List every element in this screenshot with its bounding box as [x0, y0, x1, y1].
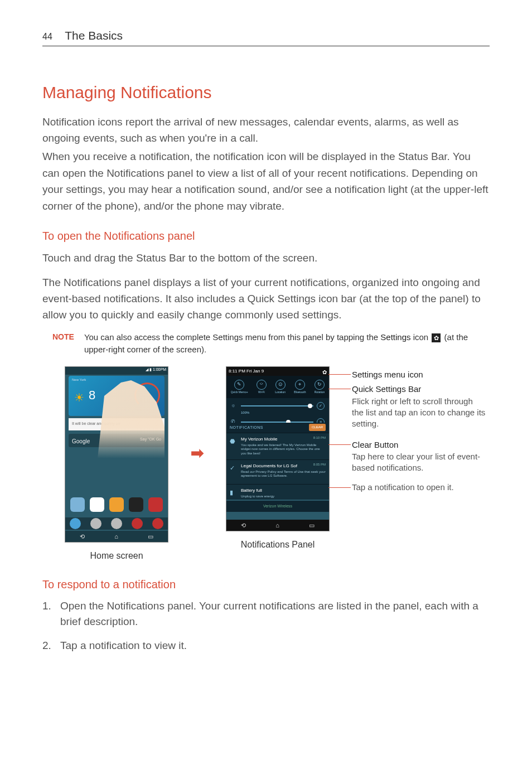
slider-area: ☼ ✓ 100% ✆ ≡ [226, 398, 329, 423]
battery-full-icon: ▮ [230, 488, 233, 497]
figure-row: ◢ ▮ 1:00PM New York ☀ 8 It will be clear… [65, 366, 490, 563]
step-2: 2. Tap a notification to view it. [42, 638, 490, 654]
nav-bar: ⟲ ⌂ ▭ [65, 531, 168, 542]
section-title: The Basics [65, 29, 123, 42]
dock-app-5[interactable] [148, 497, 163, 512]
quick-launch-bar [65, 517, 168, 530]
recent-icon[interactable]: ▭ [148, 532, 153, 541]
callout-line-icon [328, 389, 351, 389]
clear-button[interactable]: CLEAR [309, 424, 326, 431]
home-screen-figure: ◢ ▮ 1:00PM New York ☀ 8 It will be clear… [65, 366, 168, 563]
rotation-icon: ↻ [315, 380, 325, 390]
note-label: NOTE [52, 331, 74, 343]
heading-open-panel: To open the Notifications panel [42, 227, 490, 244]
card2-body: Read our Privacy Policy and Terms of Use… [241, 470, 326, 478]
notifications-header: NOTIFICATIONS CLEAR [226, 423, 329, 433]
chrome-icon[interactable] [132, 518, 143, 529]
anno-qs-bar: Quick Settings Bar Flick right or left t… [352, 383, 486, 429]
apps-icon[interactable] [111, 518, 122, 529]
np-nav-bar: ⟲ ⌂ ▭ [226, 520, 329, 531]
intro-p2: When you receive a notification, the not… [42, 148, 490, 214]
wifi-icon: ⌔ [257, 380, 267, 390]
step-1-number: 1. [42, 598, 55, 630]
anno-clear-title: Clear Button [352, 439, 486, 452]
home-screen-phone: ◢ ▮ 1:00PM New York ☀ 8 It will be clear… [65, 366, 168, 543]
contacts-icon[interactable] [90, 518, 101, 529]
notifications-panel-figure: 8:11 PM Fri Jan 9 ✿ ✎Quick Memo+ ⌔Wi-Fi … [226, 366, 330, 551]
dock-app-3[interactable] [109, 497, 124, 512]
note-mid: icon [411, 332, 431, 342]
right-arrow-icon: ➡ [191, 444, 204, 462]
home-icon[interactable]: ⌂ [275, 521, 279, 530]
dock-app-4[interactable] [129, 497, 143, 512]
back-icon[interactable]: ⟲ [80, 532, 85, 541]
dock-app-2[interactable] [90, 497, 104, 512]
brightness-slider[interactable]: ☼ ✓ [231, 400, 325, 411]
intro-text: Notification icons report the arrival of… [42, 114, 490, 215]
back-icon[interactable]: ⟲ [241, 521, 246, 530]
anno-qs-desc: Flick right or left to scroll through th… [352, 396, 486, 430]
card2-time: 8:05 PM [313, 462, 326, 467]
qs-memo[interactable]: ✎Quick Memo+ [231, 380, 248, 395]
page-header: 44 The Basics [42, 27, 490, 46]
notification-card-2[interactable]: ✓ Legal Documents for LG Sof 8:05 PM Rea… [226, 459, 329, 484]
check-icon: ✓ [230, 463, 235, 473]
steps-list: 1. Open the Notifications panel. Your cu… [42, 598, 490, 654]
brightness-track[interactable] [241, 405, 313, 406]
weather-temp: 8 [89, 386, 95, 404]
status-time: 1:00PM [153, 367, 166, 371]
dock-app-1[interactable] [70, 497, 85, 512]
step-1: 1. Open the Notifications panel. Your cu… [42, 598, 490, 630]
note-block: NOTE You can also access the complete Se… [52, 331, 490, 356]
heading-respond: To respond to a notification [42, 576, 490, 593]
qs-rotation[interactable]: ↻Rotation [315, 380, 325, 395]
qs-location[interactable]: ⊙Location [275, 380, 286, 395]
anno-clear: Clear Button Tap here to clear your list… [352, 439, 486, 474]
bluetooth-icon: ⌖ [295, 380, 305, 390]
status-bar[interactable]: ◢ ▮ 1:00PM [65, 367, 168, 375]
verizon-icon: ⬣ [230, 437, 235, 446]
notification-card-1[interactable]: ⬣ My Verizon Mobile 8:10 PM You spoke an… [226, 433, 329, 459]
open-p1: Touch and drag the Status Bar to the bot… [42, 250, 490, 266]
anno-tap-text: Tap a notification to open it. [352, 482, 486, 493]
step-1-text: Open the Notifications panel. Your curre… [60, 598, 490, 630]
step-2-number: 2. [42, 638, 55, 654]
recent-icon[interactable]: ▭ [309, 521, 315, 530]
sun-icon: ☀ [74, 389, 84, 406]
np-status-bar: 8:11 PM Fri Jan 9 ✿ [226, 367, 329, 376]
step-2-text: Tap a notification to view it. [60, 638, 187, 654]
open-p2: The Notifications panel displays a list … [42, 274, 490, 323]
carrier-label: Verizon Wireless [226, 501, 329, 512]
home-icon[interactable]: ⌂ [114, 532, 118, 541]
callout-line-icon [328, 374, 351, 375]
settings-word: Settings [380, 332, 410, 342]
anno-settings-label: Settings menu icon [352, 369, 486, 381]
notification-card-3[interactable]: ▮ Battery full Unplug to save energy [226, 484, 329, 500]
intro-p1: Notification icons report the arrival of… [42, 114, 490, 147]
auto-brightness-toggle[interactable]: ✓ [317, 402, 325, 410]
qs-bluetooth[interactable]: ⌖Bluetooth [294, 380, 306, 395]
notifications-panel-phone: 8:11 PM Fri Jan 9 ✿ ✎Quick Memo+ ⌔Wi-Fi … [226, 366, 330, 531]
location-icon: ⊙ [275, 380, 286, 390]
card3-body: Unplug to save energy [241, 495, 326, 499]
note-text: You can also access the complete Setting… [84, 331, 490, 356]
anno-settings-icon: Settings menu icon [352, 369, 486, 381]
brightness-icon: ☼ [231, 402, 238, 410]
callout-line-icon [328, 487, 351, 488]
app-dock [65, 493, 168, 516]
camera-icon[interactable] [152, 518, 163, 529]
page-title: Managing Notifications [42, 80, 490, 105]
np-caption: Notifications Panel [241, 538, 315, 551]
card3-title: Battery full [241, 487, 326, 494]
anno-clear-desc: Tap here to clear your list of event-bas… [352, 451, 486, 474]
np-time-date: 8:11 PM Fri Jan 9 [229, 368, 264, 375]
weather-city: New York [72, 377, 86, 382]
quick-settings-bar[interactable]: ✎Quick Memo+ ⌔Wi-Fi ⊙Location ⌖Bluetooth… [226, 376, 329, 398]
phone-icon[interactable] [70, 518, 81, 529]
signal-icon: ◢ [146, 367, 149, 371]
page-number: 44 [42, 32, 52, 41]
anno-qs-title: Quick Settings Bar [352, 383, 486, 396]
annotation-column: Settings menu icon Quick Settings Bar Fl… [352, 366, 486, 501]
qs-wifi[interactable]: ⌔Wi-Fi [257, 380, 267, 395]
settings-gear-icon[interactable]: ✿ [322, 368, 327, 375]
